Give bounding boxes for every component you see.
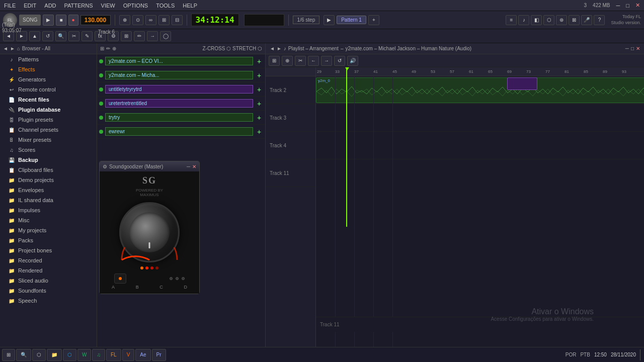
sidebar-item-plugin-database[interactable]: 🔌Plugin database bbox=[0, 105, 97, 115]
pl-tool-grid[interactable]: ⊞ bbox=[269, 56, 280, 66]
sidebar-forward[interactable]: ► bbox=[10, 46, 15, 51]
ch-plus-0[interactable]: + bbox=[255, 57, 263, 65]
sidebar-item-remote-control[interactable]: ↩Remote control bbox=[0, 84, 97, 95]
sidebar-item-clipboard-files[interactable]: 📋Clipboard files bbox=[0, 165, 97, 175]
task-view-btn[interactable]: ⬡ bbox=[32, 349, 46, 361]
sidebar-item-misc[interactable]: 📁Misc bbox=[0, 215, 97, 225]
sidebar-item-recorded[interactable]: 📁Recorded bbox=[0, 255, 97, 265]
menu-add[interactable]: ADD bbox=[42, 3, 58, 9]
cpu-btn[interactable]: ⊠ bbox=[569, 15, 580, 25]
sidebar-item-packs[interactable]: 📁Packs bbox=[0, 235, 97, 245]
play-btn[interactable]: ▶ bbox=[43, 15, 54, 26]
pl-tool-loop[interactable]: ↺ bbox=[334, 56, 345, 66]
sg-close-btn[interactable]: ✕ bbox=[192, 164, 196, 169]
plugin-btn[interactable]: ⬡ bbox=[543, 15, 554, 25]
taskbar-spotify[interactable]: ♫ bbox=[92, 349, 105, 361]
sidebar-item-project-bones[interactable]: 📁Project bones bbox=[0, 245, 97, 255]
song-mode-btn[interactable]: SONG bbox=[19, 15, 41, 26]
sidebar-item-demo-projects[interactable]: 📁Demo projects bbox=[0, 175, 97, 185]
piano-btn[interactable]: ♪ bbox=[518, 15, 529, 25]
sidebar-back[interactable]: ◄ bbox=[3, 46, 8, 51]
sg-label-d[interactable]: D bbox=[184, 285, 188, 290]
ch-name-1[interactable]: y2mate.com – Micha... bbox=[105, 71, 253, 79]
ch-name-5[interactable]: ewrewr bbox=[105, 127, 253, 136]
pattern-selector[interactable]: Pattern 1 bbox=[337, 16, 366, 24]
refresh-btn[interactable]: ↺ bbox=[42, 31, 53, 41]
record-btn[interactable]: ● bbox=[68, 15, 78, 26]
step-display[interactable]: 1/6 step bbox=[293, 16, 320, 24]
mic-btn[interactable]: 🎤 bbox=[581, 15, 592, 25]
menu-edit[interactable]: EDIT bbox=[22, 3, 38, 9]
sidebar-item-envelopes[interactable]: 📁Envelopes bbox=[0, 185, 97, 195]
taskbar-vegas[interactable]: V bbox=[122, 349, 135, 361]
arrow-icon[interactable]: → bbox=[147, 31, 158, 41]
pl-tool-vol[interactable]: 🔊 bbox=[347, 56, 358, 66]
sidebar-item-effects[interactable]: ✦Effects bbox=[0, 64, 97, 74]
sidebar-item-my-projects[interactable]: 📁My projects bbox=[0, 225, 97, 235]
start-btn[interactable]: ⊞ bbox=[2, 349, 15, 361]
track2-clip-purple[interactable] bbox=[507, 77, 537, 90]
menu-patterns[interactable]: PATTERNS bbox=[62, 3, 95, 9]
help-btn[interactable]: ? bbox=[594, 15, 605, 25]
ch-plus-5[interactable]: + bbox=[255, 128, 263, 136]
menu-view[interactable]: VIEW bbox=[99, 3, 117, 9]
taskbar-explorer[interactable]: 📁 bbox=[47, 349, 62, 361]
sidebar-item-rendered[interactable]: 📁Rendered bbox=[0, 265, 97, 276]
tool-1[interactable]: ⊕ bbox=[119, 15, 130, 25]
taskbar-pr[interactable]: Pr bbox=[152, 349, 166, 361]
sg-minimize-btn[interactable]: ─ bbox=[187, 164, 190, 169]
sidebar-item-channel-presets[interactable]: 📋Channel presets bbox=[0, 125, 97, 135]
channel-pencil[interactable]: ✏ bbox=[106, 46, 110, 51]
pl-back[interactable]: ◄ bbox=[270, 46, 275, 51]
rec-btn[interactable]: ⊛ bbox=[556, 15, 567, 25]
menu-tools[interactable]: TOOLS bbox=[154, 3, 177, 9]
sg-label-a[interactable]: A bbox=[112, 285, 115, 290]
ch-name-4[interactable]: trytry bbox=[105, 113, 253, 122]
up-btn[interactable]: ▲ bbox=[29, 31, 40, 41]
sidebar-item-scores[interactable]: ♫Scores bbox=[0, 145, 97, 155]
grid-icon[interactable]: ⊞ bbox=[121, 31, 132, 41]
menu-options[interactable]: OPTIONS bbox=[121, 3, 150, 9]
taskbar-fl[interactable]: FL bbox=[106, 349, 121, 361]
menu-help[interactable]: HELP bbox=[181, 3, 199, 9]
pl-tool-right[interactable]: → bbox=[321, 56, 332, 66]
sidebar-item-impulses[interactable]: 📁Impulses bbox=[0, 205, 97, 215]
mixer-btn[interactable]: ≡ bbox=[506, 15, 517, 25]
sidebar-item-mixer-presets[interactable]: 🎚Mixer presets bbox=[0, 135, 97, 145]
pl-minimize[interactable]: ─ bbox=[625, 46, 629, 51]
pl-forward[interactable]: ► bbox=[277, 46, 282, 51]
search-icon[interactable]: 🔍 bbox=[55, 31, 66, 41]
sidebar-item-backup[interactable]: 💾Backup bbox=[0, 155, 97, 165]
pl-tool-arrow[interactable]: ← bbox=[308, 56, 319, 66]
scissors-icon[interactable]: ✂ bbox=[68, 31, 79, 41]
pl-close[interactable]: ✕ bbox=[636, 46, 640, 51]
ch-name-2[interactable]: untitletytryrytrd bbox=[105, 85, 253, 94]
maximize-btn[interactable]: □ bbox=[624, 3, 631, 9]
mute-icon[interactable]: ◯ bbox=[160, 31, 171, 41]
ch-name-0[interactable]: y2mate.com – ECO VI... bbox=[105, 57, 253, 65]
bpm-display[interactable]: 130.000 bbox=[80, 15, 111, 25]
sidebar-item-speech[interactable]: 📁Speech bbox=[0, 296, 97, 306]
tool-3[interactable]: ∞ bbox=[145, 15, 156, 25]
ch-name-3[interactable]: uretertretrentitled bbox=[105, 99, 253, 108]
search-taskbar[interactable]: 🔍 bbox=[16, 349, 31, 361]
channel-tools[interactable]: ⊞ bbox=[100, 46, 104, 51]
taskbar-edge[interactable]: ⬡ bbox=[63, 349, 76, 361]
taskbar-word[interactable]: W bbox=[77, 349, 91, 361]
sidebar-item-il-shared-data[interactable]: 📁IL shared data bbox=[0, 195, 97, 205]
stop-btn[interactable]: ■ bbox=[56, 15, 66, 26]
sidebar-item-patterns[interactable]: ♪Patterns bbox=[0, 54, 97, 64]
sidebar-item-sliced-audio[interactable]: 📁Sliced audio bbox=[0, 276, 97, 286]
sg-knob-container[interactable] bbox=[119, 202, 180, 262]
pl-tool-scissors[interactable]: ✂ bbox=[295, 56, 306, 66]
sg-label-c[interactable]: C bbox=[159, 285, 163, 290]
pl-tool-magnet[interactable]: ⊕ bbox=[282, 56, 293, 66]
sidebar-item-recent-files[interactable]: 📄Recent files bbox=[0, 95, 97, 105]
edit-icon[interactable]: ✎ bbox=[82, 31, 93, 41]
track2-clip-main[interactable]: y2m_0 bbox=[316, 77, 644, 103]
pl-maximize[interactable]: □ bbox=[631, 46, 634, 51]
add-pattern-btn[interactable]: + bbox=[368, 15, 379, 25]
arrow-btn[interactable]: ▶ bbox=[324, 15, 335, 25]
sidebar-item-soundfonts[interactable]: 📁Soundfonts bbox=[0, 286, 97, 296]
sg-settings-icon[interactable]: ⚙ bbox=[103, 164, 107, 169]
